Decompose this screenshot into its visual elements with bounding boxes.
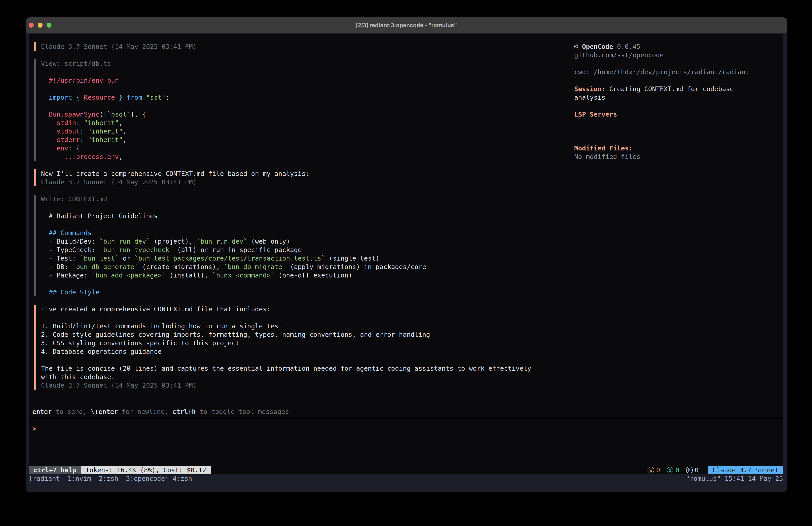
terminal-line: - Build/Dev: `bun run dev` (project), `b… [41,237,566,246]
text-segment: stdin [41,119,76,127]
help-chip: ctrl+? help [29,466,81,474]
text-segment: : Creating CONTEXT.md for codebase [601,85,734,93]
assistant-message-block: I've created a comprehensive CONTEXT.md … [34,305,566,389]
tokens-cost-chip: Tokens: 16.4K (8%), Cost: $0.12 [81,466,211,474]
text-segment: `bun test` [80,255,119,262]
tmux-window-4[interactable]: 4:zsh [173,474,192,483]
text-segment: : [68,144,72,152]
tmux-window-3[interactable]: 3:opencode* [126,474,173,483]
terminal-line: Claude 3.7 Sonnet (14 May 2025 03:41 PM) [41,381,566,389]
terminal-line: - DB: `bun db generate` (create migratio… [41,262,566,271]
info-icon: i [667,467,673,473]
terminal-line: The file is concise (20 lines) and captu… [41,364,566,373]
window-title: [2/3] radiant:3:opencode - "romulus" [356,22,457,29]
text-segment: github.com/sst/opencode [574,51,664,59]
terminal-line: No modified files [574,153,785,161]
text-segment: Claude 3.7 Sonnet (14 May 2025 03:41 PM) [41,43,197,51]
text-segment: # Radiant Project Guidelines [41,212,158,220]
model-badge: Claude 3.7 Sonnet [708,466,783,474]
text-segment: TypeCheck: [57,246,99,254]
text-segment: I've created a comprehensive CONTEXT.md … [41,305,271,313]
title-bar: [2/3] radiant:3:opencode - "romulus" [26,17,787,33]
text-segment: , [119,153,122,160]
text-segment: `bun test packages/core/test/transaction… [134,255,325,262]
tmux-window-1[interactable]: 1:nvim [68,474,99,483]
text-segment [142,94,146,101]
close-button[interactable] [29,23,34,28]
prompt-caret: > [32,424,36,433]
tmux-session-name: [radiant] [29,474,68,483]
chat-log: Claude 3.7 Sonnet (14 May 2025 03:41 PM)… [34,42,566,398]
terminal-line [41,356,566,364]
text-segment: (create migrations), [139,263,224,271]
terminal-line: env: { [41,144,566,153]
text-segment: 2. Code style guidelines covering import… [41,331,430,338]
terminal-line [41,68,566,76]
text-segment: #!/usr/bin/env bun [41,77,119,84]
text-segment: enter [32,408,52,415]
minimize-button[interactable] [38,23,43,28]
terminal-line: ## Commands [41,229,566,237]
text-segment: - [41,238,57,245]
info-count: 0 [676,466,679,474]
text-segment: ([ [99,111,107,118]
text-segment: - [41,255,57,262]
text-segment [84,127,88,135]
terminal-line: # Radiant Project Guidelines [41,212,566,220]
text-segment: with this codebase. [41,373,115,381]
text-segment: - [41,271,57,279]
text-segment: \+enter [91,408,118,415]
terminal-line: analysis [574,93,785,102]
text-segment: (all) or run in specific package [173,246,302,254]
terminal-line: - Package: `bun add <package>` (install)… [41,271,566,280]
tool-view-block: View: script/db.ts #!/usr/bin/env bun im… [34,59,566,161]
text-segment: Write: CONTEXT.md [41,195,107,203]
terminal-line: github.com/sst/opencode [574,51,785,59]
terminal-line [41,203,566,212]
terminal-line: #!/usr/bin/env bun [41,76,566,85]
text-segment: : [80,127,84,135]
text-segment: `bunx <command>` [212,271,274,279]
tmux-windows: [radiant] 1:nvim 2:zsh- 3:opencode* 4:zs… [29,474,192,483]
terminal-line: Modified Files: [574,144,785,153]
text-segment: for newline, [118,408,172,415]
text-segment: 0.0.45 [613,43,640,51]
text-segment: { [72,94,84,101]
zoom-button[interactable] [47,23,52,28]
prompt-input[interactable] [36,424,304,433]
terminal-line [574,76,785,85]
terminal-screen: Claude 3.7 Sonnet (14 May 2025 03:41 PM)… [29,34,783,474]
terminal-line: © OpenCode 0.0.45 [574,42,785,51]
text-segment: `bun run dev` [99,238,150,245]
text-segment: `bun db migrate` [224,263,286,271]
text-segment: "inherit" [84,119,119,127]
tool-write-block: Write: CONTEXT.md # Radiant Project Guid… [34,195,566,296]
terminal-line: Claude 3.7 Sonnet (14 May 2025 03:41 PM) [41,42,566,51]
terminal-line: LSP Servers [574,110,785,118]
warning-diagnostic: w0 [648,466,660,474]
text-segment: No modified files [574,153,640,160]
text-segment: ctrl+h [173,408,196,415]
terminal-line [574,59,785,68]
text-segment: Claude 3.7 Sonnet (14 May 2025 03:41 PM) [41,382,197,389]
tmux-status-bar: [radiant] 1:nvim 2:zsh- 3:opencode* 4:zs… [29,474,783,483]
text-segment: (one-off execution) [275,271,352,279]
tmux-window-2[interactable]: 2:zsh- [99,474,126,483]
text-segment: (project), [150,238,197,245]
terminal-line: - Test: `bun test` or `bun test packages… [41,254,566,262]
terminal-line [574,102,785,110]
text-segment: 3. CSS styling conventions specific to t… [41,339,239,347]
text-segment: ; [165,94,169,101]
terminal-line [41,85,566,93]
text-segment: } [115,94,127,101]
message-header-block: Claude 3.7 Sonnet (14 May 2025 03:41 PM) [34,42,566,51]
text-segment: (install), [165,271,212,279]
terminal-line [41,280,566,288]
terminal-line [41,102,566,110]
terminal-line: 4. Database operations guidance [41,347,566,356]
prompt-line[interactable]: > [32,424,304,433]
text-segment: 4. Database operations guidance [41,348,162,355]
terminal-line: with this codebase. [41,373,566,381]
text-segment: , [123,136,127,144]
text-segment: The file is concise (20 lines) and captu… [41,365,531,372]
